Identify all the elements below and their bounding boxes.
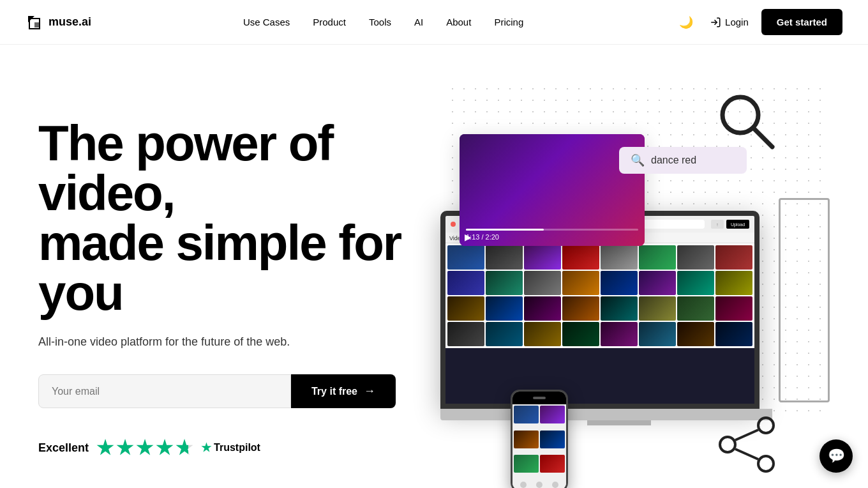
hero-section: The power of video, made simple for you … <box>0 45 868 488</box>
login-icon <box>710 17 721 28</box>
svg-point-8 <box>758 456 774 471</box>
phone-home-icon <box>520 482 527 488</box>
phone-topbar <box>513 392 566 404</box>
phone-search-icon <box>536 482 542 488</box>
svg-point-6 <box>758 418 774 433</box>
nav-about[interactable]: About <box>446 17 471 27</box>
svg-line-5 <box>754 129 772 147</box>
hero-subheading: All-in-one video platform for the future… <box>38 335 421 349</box>
trustpilot-stars <box>96 439 193 457</box>
email-input[interactable] <box>38 374 291 408</box>
arrow-icon: → <box>364 385 375 398</box>
star-2 <box>116 439 134 457</box>
share-icon <box>715 413 779 479</box>
phone-screen <box>513 392 566 488</box>
nav-use-cases[interactable]: Use Cases <box>243 17 290 27</box>
nav-pricing[interactable]: Pricing <box>494 17 523 27</box>
laptop-stand <box>587 420 651 425</box>
nav-ai[interactable]: AI <box>414 17 423 27</box>
trustpilot-excellent-label: Excellent <box>38 441 89 455</box>
svg-line-9 <box>735 430 758 440</box>
search-icon: 🔍 <box>631 153 645 167</box>
hero-cta: Try it free → <box>38 374 396 408</box>
star-1 <box>96 439 114 457</box>
nav-right: 🌙 Login Get started <box>675 9 842 35</box>
hero-headline: The power of video, made simple for you <box>38 118 421 317</box>
chat-icon: 💬 <box>828 448 845 464</box>
login-button[interactable]: Login <box>710 17 749 28</box>
svg-point-7 <box>720 437 735 452</box>
logo-text: muse.ai <box>49 15 91 29</box>
navbar: muse.ai Use Cases Product Tools AI About… <box>0 0 868 45</box>
phone-body <box>511 390 568 488</box>
nav-tools[interactable]: Tools <box>369 17 391 27</box>
play-icon: ▶ <box>465 232 472 242</box>
search-query-text: dance red <box>651 155 696 166</box>
svg-marker-2 <box>34 22 40 27</box>
hero-visual: 🔍 dance red 1:13 / 2:20 ▶ muse <box>447 83 830 488</box>
tp-star-icon: ★ <box>201 441 211 455</box>
close-dot <box>451 222 456 227</box>
chat-bubble-button[interactable]: 💬 <box>819 439 853 473</box>
get-started-button[interactable]: Get started <box>761 9 842 35</box>
phone-bottom-bar <box>513 480 566 488</box>
video-thumbnail-top: 1:13 / 2:20 ▶ <box>460 134 645 246</box>
phone-mockup <box>511 390 568 488</box>
trustpilot-badge: Excellent ★ Trustpilot <box>38 439 421 457</box>
phone-menu-icon <box>552 482 558 488</box>
logo[interactable]: muse.ai <box>26 13 91 31</box>
logo-icon <box>26 13 43 31</box>
svg-line-10 <box>735 449 758 459</box>
nav-product[interactable]: Product <box>313 17 346 27</box>
try-free-button[interactable]: Try it free → <box>291 374 396 408</box>
star-4 <box>156 439 174 457</box>
dark-mode-button[interactable]: 🌙 <box>675 11 697 33</box>
star-3 <box>136 439 154 457</box>
trustpilot-logo: ★ Trustpilot <box>201 441 260 455</box>
star-5-partial <box>176 439 193 457</box>
hero-left: The power of video, made simple for you … <box>38 118 421 457</box>
magnifier-icon <box>715 89 779 156</box>
nav-links: Use Cases Product Tools AI About Pricing <box>243 17 523 27</box>
